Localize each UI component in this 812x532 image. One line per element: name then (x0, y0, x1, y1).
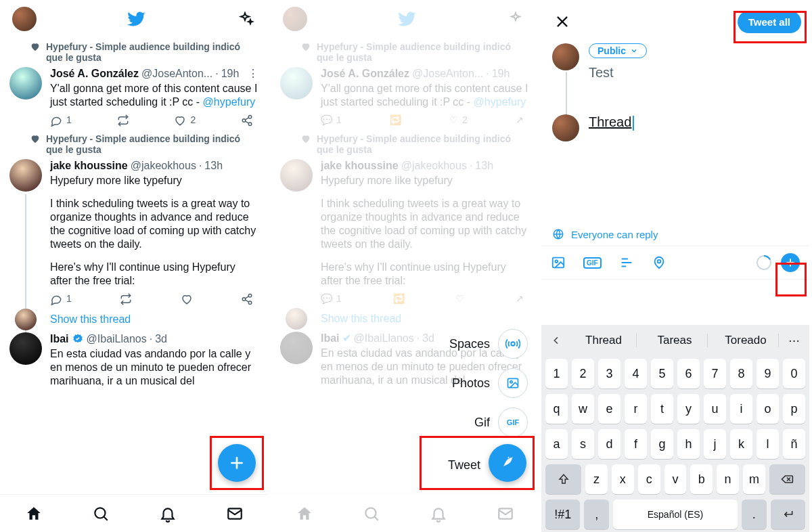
key-b[interactable]: b (690, 464, 713, 494)
suggestion[interactable]: Tareas (642, 334, 708, 347)
key-8[interactable]: 8 (730, 359, 752, 389)
key-u[interactable]: u (704, 394, 726, 424)
key-c[interactable]: c (638, 464, 660, 494)
share-button[interactable] (241, 114, 253, 127)
key-z[interactable]: z (585, 464, 608, 494)
key-j[interactable]: j (704, 429, 726, 459)
tweet[interactable]: Ibai @IbaiLlanos · 3d En esta ciudad vas… (0, 330, 268, 391)
enter-key[interactable] (771, 500, 805, 529)
more-icon[interactable]: ⋯ (784, 334, 804, 348)
key-w[interactable]: w (572, 394, 594, 424)
avatar[interactable] (9, 67, 42, 99)
space-key[interactable]: Español (ES) (613, 500, 738, 529)
fab-gif[interactable]: Gif GIF (474, 407, 528, 437)
compose-input[interactable]: Test (589, 65, 798, 81)
avatar[interactable] (9, 159, 42, 192)
key-0[interactable]: 0 (783, 359, 805, 389)
text-cursor (633, 116, 634, 131)
svg-point-8 (511, 342, 515, 346)
poll-icon[interactable] (619, 255, 634, 270)
key-g[interactable]: g (651, 429, 673, 459)
backspace-key[interactable] (769, 464, 805, 494)
comma-key[interactable]: , (584, 500, 609, 529)
key-h[interactable]: h (677, 429, 700, 459)
key-6[interactable]: 6 (677, 359, 700, 389)
key-v[interactable]: v (664, 464, 687, 494)
sparkle-icon[interactable] (237, 9, 256, 28)
avatar (552, 114, 579, 141)
compose-tweet-2[interactable]: Thread (552, 114, 798, 141)
verified-badge-icon (72, 333, 84, 345)
tweet[interactable]: José A. González @JoseAnton... · 19h ⋮ Y… (0, 64, 268, 129)
account-avatar[interactable] (12, 7, 37, 31)
svg-point-16 (657, 260, 660, 263)
retweet-button[interactable] (117, 114, 129, 127)
reply-button[interactable]: 1 (50, 114, 72, 127)
chevron-left-icon[interactable] (547, 335, 566, 346)
like-button[interactable] (181, 293, 193, 305)
compose-input[interactable]: Thread (589, 114, 634, 129)
suggestion[interactable]: Thread (571, 334, 637, 347)
image-icon[interactable] (551, 255, 566, 270)
key-y[interactable]: y (677, 394, 700, 424)
search-icon[interactable] (91, 504, 110, 523)
location-icon[interactable] (652, 255, 667, 270)
key-q[interactable]: q (545, 394, 568, 424)
tweet-time: 3d (155, 332, 167, 346)
key-l[interactable]: l (757, 429, 779, 459)
key-ñ[interactable]: ñ (783, 429, 805, 459)
share-button[interactable] (241, 293, 253, 305)
gif-icon[interactable]: GIF (583, 257, 602, 269)
close-icon[interactable] (549, 9, 575, 35)
key-i[interactable]: i (730, 394, 752, 424)
key-k[interactable]: k (730, 429, 752, 459)
key-r[interactable]: r (625, 394, 647, 424)
key-a[interactable]: a (545, 429, 568, 459)
key-3[interactable]: 3 (598, 359, 621, 389)
key-s[interactable]: s (572, 429, 594, 459)
key-4[interactable]: 4 (625, 359, 647, 389)
svg-point-1 (242, 119, 246, 123)
key-x[interactable]: x (612, 464, 634, 494)
svg-point-0 (248, 116, 252, 119)
key-2[interactable]: 2 (572, 359, 594, 389)
svg-point-3 (248, 294, 252, 298)
mention-link[interactable]: @hypefury (203, 96, 256, 108)
highlight-box (420, 436, 535, 490)
like-context: Hypefury - Simple audience building indi… (0, 37, 268, 64)
key-9[interactable]: 9 (757, 359, 779, 389)
key-f[interactable]: f (625, 429, 647, 459)
key-n[interactable]: n (717, 464, 739, 494)
reply-button[interactable]: 1 (50, 293, 72, 305)
audience-selector[interactable]: Public (589, 43, 647, 58)
like-button[interactable]: 2 (174, 114, 196, 127)
tweet-author[interactable]: José A. González (50, 67, 139, 81)
home-icon[interactable] (24, 504, 43, 523)
more-icon[interactable]: ⋮ (248, 67, 258, 81)
messages-icon[interactable] (225, 504, 244, 523)
period-key[interactable]: . (742, 500, 767, 529)
retweet-button[interactable] (120, 293, 132, 305)
shift-key[interactable] (545, 464, 581, 494)
key-5[interactable]: 5 (651, 359, 673, 389)
show-thread-link[interactable]: Show this thread (0, 308, 268, 330)
key-e[interactable]: e (598, 394, 621, 424)
key-o[interactable]: o (757, 394, 779, 424)
tweet-author[interactable]: jake khoussine (50, 159, 128, 173)
compose-tweet-1[interactable]: Public Test (552, 43, 798, 81)
symbols-key[interactable]: !#1 (545, 500, 580, 529)
notifications-icon[interactable] (158, 504, 177, 523)
fab-photos[interactable]: Photos (452, 368, 528, 398)
avatar[interactable] (9, 332, 42, 365)
key-t[interactable]: t (651, 394, 673, 424)
key-1[interactable]: 1 (545, 359, 568, 389)
fab-spaces[interactable]: Spaces (449, 329, 528, 359)
key-p[interactable]: p (783, 394, 805, 424)
key-d[interactable]: d (598, 429, 621, 459)
key-m[interactable]: m (743, 464, 765, 494)
suggestion[interactable]: Toreado (713, 334, 779, 347)
reply-scope[interactable]: Everyone can reply (541, 223, 809, 246)
tweet[interactable]: jake khoussine @jakeokhous · 13h Hypefur… (0, 156, 268, 308)
tweet-author[interactable]: Ibai (50, 332, 69, 346)
key-7[interactable]: 7 (704, 359, 726, 389)
